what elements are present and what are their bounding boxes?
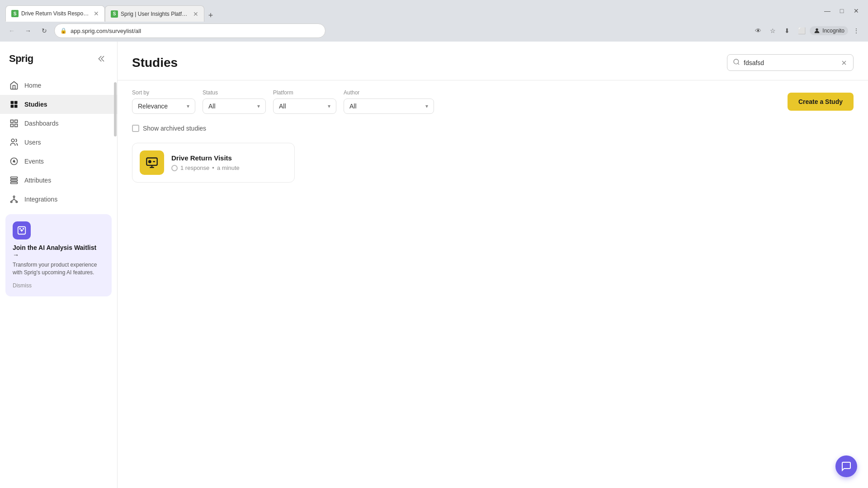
tablet-icon[interactable]: ⬜: [795, 24, 808, 37]
forward-button[interactable]: →: [22, 24, 34, 37]
svg-point-29: [149, 160, 151, 163]
status-value: All: [208, 103, 216, 110]
status-label: Status: [203, 89, 266, 96]
users-icon: [9, 137, 19, 147]
study-name: Drive Return Visits: [171, 154, 287, 162]
bookmark-icon[interactable]: ☆: [766, 24, 779, 37]
status-select[interactable]: All ▾: [203, 99, 266, 114]
study-meta: 1 response • a minute: [171, 164, 287, 171]
archived-checkbox-row: Show archived studies: [118, 123, 868, 139]
lock-icon: 🔒: [60, 28, 67, 34]
maximize-button[interactable]: □: [835, 5, 848, 17]
status-chevron-icon: ▾: [257, 103, 260, 109]
svg-point-17: [16, 201, 17, 202]
tab-2[interactable]: S Sprig | User Insights Platform fo... ✕: [105, 5, 204, 22]
close-button[interactable]: ✕: [850, 5, 863, 17]
platform-select[interactable]: All ▾: [273, 99, 336, 114]
page-title: Studies: [132, 56, 178, 70]
sort-by-select[interactable]: Relevance ▾: [132, 99, 195, 114]
study-info: Drive Return Visits 1 response • a minut…: [171, 154, 287, 171]
ai-banner-desc: Transform your product experience with S…: [13, 261, 104, 277]
sidebar-item-studies-label: Studies: [24, 101, 47, 108]
svg-rect-13: [11, 179, 18, 181]
sidebar-item-studies[interactable]: Studies: [0, 95, 117, 114]
sidebar-item-dashboards[interactable]: Dashboards: [0, 114, 117, 133]
author-select[interactable]: All ▾: [344, 99, 434, 114]
sidebar-resize-handle[interactable]: [115, 42, 117, 488]
tab-title-2: Sprig | User Insights Platform fo...: [121, 11, 189, 17]
chat-icon: [841, 461, 852, 472]
sidebar-item-attributes-label: Attributes: [24, 177, 51, 184]
address-bar[interactable]: 🔒 app.sprig.com/surveylist/all: [54, 23, 326, 38]
back-button[interactable]: ←: [5, 24, 18, 37]
svg-point-0: [816, 28, 818, 31]
dashboards-icon: [9, 118, 19, 128]
new-tab-button[interactable]: +: [204, 9, 217, 22]
search-input[interactable]: [744, 59, 837, 66]
tab-close-1[interactable]: ✕: [94, 10, 99, 17]
minimize-button[interactable]: —: [821, 5, 834, 17]
studies-list: Drive Return Visits 1 response • a minut…: [118, 139, 868, 192]
sort-by-chevron-icon: ▾: [187, 103, 189, 109]
tab-title-1: Drive Return Visits Responses: [21, 10, 89, 17]
svg-point-11: [13, 160, 14, 162]
ai-banner-title[interactable]: Join the AI Analysis Waitlist →: [13, 244, 104, 258]
sidebar-collapse-button[interactable]: [95, 52, 108, 65]
tab-close-2[interactable]: ✕: [193, 10, 198, 18]
address-bar-row: ← → ↻ 🔒 app.sprig.com/surveylist/all 👁 ☆…: [0, 22, 868, 42]
chat-button[interactable]: [835, 455, 857, 477]
studies-header: Studies: [118, 42, 868, 80]
sidebar-header: Sprig: [0, 49, 117, 76]
sidebar-item-events-label: Events: [24, 158, 44, 165]
download-icon[interactable]: ⬇: [781, 24, 793, 37]
search-icon: [733, 58, 740, 67]
create-study-button[interactable]: Create a Study: [788, 93, 854, 111]
home-icon: [9, 80, 19, 90]
svg-rect-7: [11, 124, 14, 127]
svg-line-19: [11, 199, 14, 201]
svg-point-9: [11, 139, 14, 142]
study-card[interactable]: Drive Return Visits 1 response • a minut…: [132, 143, 295, 183]
show-archived-label[interactable]: Show archived studies: [143, 125, 206, 132]
sidebar-item-users[interactable]: Users: [0, 133, 117, 152]
search-clear-button[interactable]: [840, 59, 848, 66]
status-filter: Status All ▾: [203, 89, 266, 114]
studies-icon: [9, 99, 19, 109]
logo: Sprig: [9, 53, 33, 65]
sort-by-value: Relevance: [138, 103, 168, 110]
author-filter: Author All ▾: [344, 89, 434, 114]
show-archived-checkbox[interactable]: [132, 125, 139, 132]
sidebar-item-integrations[interactable]: Integrations: [0, 190, 117, 209]
svg-rect-8: [15, 124, 18, 127]
lens-icon[interactable]: 👁: [752, 24, 764, 37]
browser-actions: 👁 ☆ ⬇ ⬜ Incognito ⋮: [752, 24, 863, 37]
ai-banner-dismiss-button[interactable]: Dismiss: [13, 282, 32, 289]
svg-line-20: [14, 199, 17, 201]
events-icon: [9, 156, 19, 166]
svg-point-24: [734, 59, 739, 64]
extensions-icon[interactable]: ⋮: [850, 24, 863, 37]
main-content: Studies Sort by Relevance ▾: [118, 42, 868, 488]
sort-by-filter: Sort by Relevance ▾: [132, 89, 195, 114]
svg-rect-12: [11, 177, 18, 178]
refresh-button[interactable]: ↻: [38, 24, 51, 37]
study-icon: [140, 150, 164, 175]
sidebar-item-dashboards-label: Dashboards: [24, 120, 59, 127]
app-container: Sprig Home Studies: [0, 42, 868, 488]
sidebar-item-attributes[interactable]: Attributes: [0, 171, 117, 190]
tab-active[interactable]: S Drive Return Visits Responses ✕: [5, 5, 105, 22]
browser-chrome: S Drive Return Visits Responses ✕ S Spri…: [0, 0, 868, 22]
sidebar-item-users-label: Users: [24, 139, 41, 146]
platform-label: Platform: [273, 89, 336, 96]
sidebar-item-events[interactable]: Events: [0, 152, 117, 171]
incognito-label: Incognito: [822, 28, 844, 34]
sort-by-label: Sort by: [132, 89, 195, 96]
svg-point-23: [23, 228, 24, 229]
study-time: a minute: [217, 164, 240, 171]
attributes-icon: [9, 175, 19, 185]
response-status-dot: [171, 165, 178, 171]
study-responses: 1 response: [180, 164, 209, 171]
tab-favicon-1: S: [11, 10, 19, 17]
sidebar-item-home[interactable]: Home: [0, 76, 117, 95]
search-box[interactable]: [727, 54, 854, 71]
